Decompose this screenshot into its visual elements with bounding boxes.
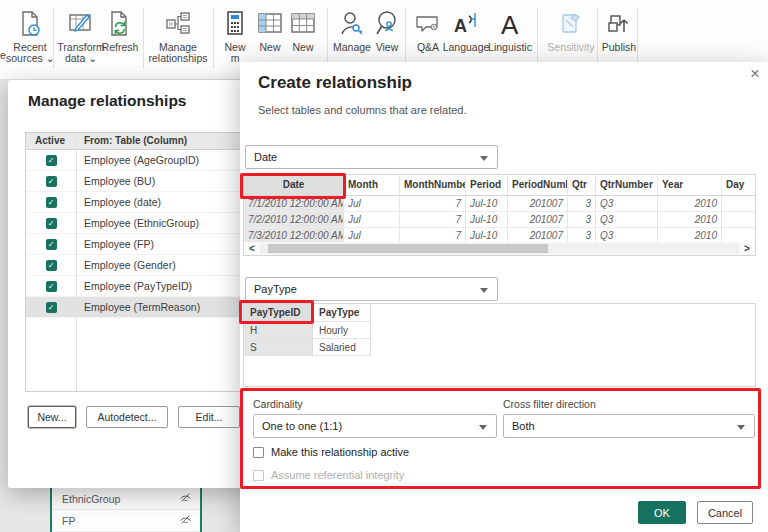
column-header[interactable]: Day — [722, 175, 755, 196]
refresh-icon — [96, 8, 144, 42]
ribbon-label: data ⌄ — [55, 53, 107, 64]
recent-sources-icon — [6, 8, 54, 42]
ribbon-label: Publish — [596, 42, 642, 53]
ribbon-separator — [143, 8, 144, 68]
ribbon-separator — [537, 8, 538, 68]
scrollbar-track[interactable] — [260, 243, 739, 254]
relationship-row[interactable]: ✓Employee (BU) — [26, 171, 256, 192]
ribbon-label: Q&A — [410, 42, 446, 53]
ok-button[interactable]: OK — [638, 501, 686, 524]
field-name: FP — [62, 515, 75, 527]
column-header[interactable]: MonthNumber — [400, 175, 466, 196]
relationships-table: Active From: Table (Column) ✓Employee (A… — [25, 132, 257, 392]
column-header[interactable]: Year — [658, 175, 722, 196]
relationship-row[interactable]: ✓Employee (AgeGroupID) — [26, 150, 256, 171]
language-button[interactable]: A Language — [442, 8, 490, 53]
date-table-row: 7/1/2010 12:00:00 AM Jul 7 Jul-10 201007… — [244, 196, 755, 212]
relationship-row[interactable]: ✓Employee (Gender) — [26, 255, 256, 276]
paytype-header-row: PayTypeID PayType — [244, 304, 755, 322]
ribbon-label: New — [286, 42, 320, 53]
active-checkbox[interactable]: ✓ — [46, 302, 57, 313]
qa-icon — [410, 8, 446, 42]
column-header-from: From: Table (Column) — [76, 133, 256, 149]
new-column-button[interactable]: New — [252, 8, 288, 53]
ribbon-label: Language — [442, 42, 490, 53]
sensitivity-button: Sensitivity — [544, 8, 598, 53]
new-column-icon — [252, 8, 288, 42]
ribbon-separator — [405, 8, 406, 68]
dialog-title: Create relationship — [258, 73, 412, 93]
publish-button[interactable]: Publish — [596, 8, 642, 53]
active-checkbox[interactable]: ✓ — [46, 197, 57, 208]
view-as-icon — [367, 8, 407, 42]
field-row: FP — [52, 510, 200, 532]
crossfilter-dropdown[interactable]: Both — [503, 414, 755, 438]
recent-sources-button[interactable]: Recent sources ⌄ — [6, 8, 54, 64]
manage-relationships-dialog: Manage relationships Active From: Table … — [8, 80, 256, 488]
column-header[interactable]: PeriodNumber — [508, 175, 568, 196]
chevron-down-icon — [480, 288, 488, 293]
dialog-subtitle: Select tables and columns that are relat… — [258, 104, 467, 116]
to-table-dropdown[interactable]: PayType — [245, 277, 498, 301]
paytype-row: H Hourly — [244, 322, 755, 339]
ribbon-separator — [327, 8, 328, 68]
scrollbar-thumb[interactable] — [268, 244, 548, 253]
active-checkbox[interactable]: ✓ — [46, 218, 57, 229]
column-header[interactable]: Qtr — [568, 175, 596, 196]
make-active-checkbox[interactable] — [253, 447, 264, 458]
relationship-row[interactable]: ✓Employee (FP) — [26, 234, 256, 255]
scroll-left-icon[interactable]: < — [244, 242, 260, 255]
new-table-button[interactable]: New — [286, 8, 320, 53]
table-header-row: Active From: Table (Column) — [26, 133, 256, 150]
chevron-down-icon — [479, 425, 487, 430]
relationship-row[interactable]: ✓Employee (date) — [26, 192, 256, 213]
referential-integrity-checkbox — [253, 470, 264, 481]
new-relationship-button[interactable]: New... — [28, 406, 76, 428]
close-icon[interactable]: × — [750, 64, 760, 84]
ribbon-separator — [637, 8, 638, 68]
paytype-row: S Salaried — [244, 339, 755, 356]
active-checkbox[interactable]: ✓ — [46, 281, 57, 292]
referential-integrity-label: Assume referential integrity — [271, 469, 404, 481]
ribbon-label: sources ⌄ — [6, 53, 54, 64]
ribbon-label: View — [367, 42, 407, 53]
active-checkbox[interactable]: ✓ — [46, 176, 57, 187]
cell: Hourly — [313, 322, 371, 339]
active-checkbox[interactable]: ✓ — [46, 239, 57, 250]
new-measure-button[interactable]: New m — [215, 8, 255, 64]
date-column-header[interactable]: Date — [244, 175, 344, 196]
refresh-button[interactable]: Refresh — [96, 8, 144, 53]
language-icon: A — [442, 8, 490, 42]
active-checkbox[interactable]: ✓ — [46, 155, 57, 166]
active-checkbox[interactable]: ✓ — [46, 260, 57, 271]
cell: 3 — [568, 196, 596, 212]
qa-button[interactable]: Q&A — [410, 8, 446, 53]
relationship-row[interactable]: ✓Employee (PayTypeID) — [26, 276, 256, 297]
dialog-title: Manage relationships — [28, 92, 186, 110]
relationship-row-selected[interactable]: ✓Employee (TermReason) — [26, 297, 256, 318]
date-table-header-row: Date Month MonthNumber Period PeriodNumb… — [244, 175, 755, 196]
edit-relationship-button[interactable]: Edit... — [178, 406, 240, 428]
manage-relationships-icon — [146, 8, 210, 42]
cell: 201007 — [508, 196, 568, 212]
relationship-row[interactable]: ✓Employee (EthnicGroup) — [26, 213, 256, 234]
powerbi-window: e Recent sources ⌄ Transform data ⌄ Refr… — [0, 0, 768, 532]
view-as-button[interactable]: View — [367, 8, 407, 53]
linguistic-button[interactable]: A Linguistic — [484, 8, 536, 53]
date-preview-table: Date Month MonthNumber Period PeriodNumb… — [243, 174, 756, 256]
from-table-dropdown[interactable]: Date — [245, 145, 498, 169]
paytypeid-column-header[interactable]: PayTypeID — [244, 304, 313, 322]
column-header[interactable]: Period — [466, 175, 508, 196]
autodetect-button[interactable]: Autodetect... — [86, 406, 168, 428]
cell: 201007 — [508, 212, 568, 228]
column-header[interactable]: PayType — [313, 304, 371, 322]
cardinality-dropdown[interactable]: One to one (1:1) — [253, 414, 497, 438]
column-header[interactable]: Month — [344, 175, 400, 196]
manage-relationships-button[interactable]: Manage relationships — [146, 8, 210, 64]
column-header[interactable]: QtrNumber — [596, 175, 658, 196]
horizontal-scrollbar[interactable]: < > — [244, 242, 755, 255]
scroll-right-icon[interactable]: > — [739, 242, 755, 255]
cell: Jul-10 — [466, 212, 508, 228]
cancel-button[interactable]: Cancel — [697, 501, 753, 524]
cardinality-value: One to one (1:1) — [262, 420, 342, 432]
